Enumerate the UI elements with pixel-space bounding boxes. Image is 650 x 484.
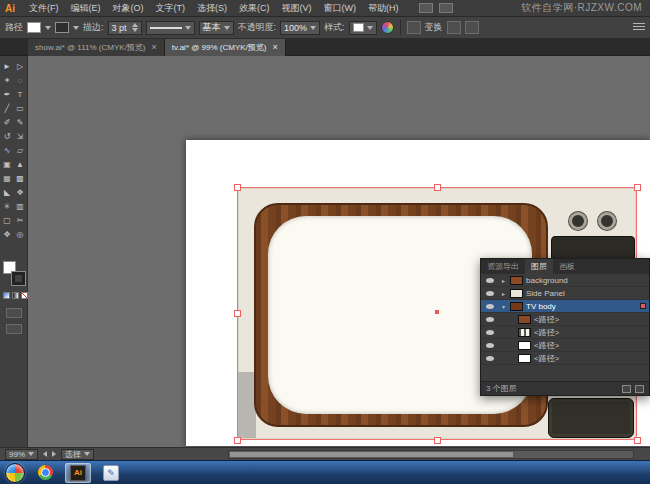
brush-dropdown-icon[interactable] xyxy=(224,26,230,30)
app-taskbar-button[interactable]: ✎ xyxy=(98,463,124,483)
menu-item-effect[interactable]: 效果(C) xyxy=(233,0,276,16)
scale-tool[interactable]: ⇲ xyxy=(14,130,27,143)
shape-builder-tool[interactable]: ▣ xyxy=(1,158,14,171)
document-setup-icon[interactable] xyxy=(407,21,421,34)
paintbrush-tool[interactable]: ✐ xyxy=(1,116,14,129)
menu-item-file[interactable]: 文件(F) xyxy=(23,0,65,16)
color-button[interactable] xyxy=(3,292,10,299)
layer-row[interactable]: <路径> xyxy=(481,313,649,326)
visibility-eye-icon[interactable] xyxy=(486,330,494,335)
fill-color-swatch[interactable] xyxy=(27,22,41,33)
pen-tool[interactable]: ✒ xyxy=(1,88,14,101)
prev-artboard-icon[interactable] xyxy=(43,451,47,457)
status-indicator-select[interactable]: 选择 xyxy=(61,449,94,460)
gradient-tool[interactable]: ▩ xyxy=(14,172,27,185)
close-tab-icon[interactable]: × xyxy=(272,43,277,52)
visibility-eye-icon[interactable] xyxy=(486,291,494,296)
layer-row[interactable]: <路径> xyxy=(481,326,649,339)
selection-tool[interactable]: ► xyxy=(1,60,14,73)
visibility-eye-icon[interactable] xyxy=(486,317,494,322)
illustrator-logo-icon[interactable]: Ai xyxy=(5,3,15,14)
direct-selection-tool[interactable]: ▷ xyxy=(14,60,27,73)
lasso-tool[interactable]: ◌ xyxy=(14,74,27,87)
selection-handle[interactable] xyxy=(634,184,641,191)
zoom-tool[interactable]: ◎ xyxy=(14,228,27,241)
stroke-weight-input[interactable]: 3 pt xyxy=(108,21,142,35)
gradient-button[interactable] xyxy=(12,292,19,299)
tab-asset-export[interactable]: 资源导出 xyxy=(481,259,525,274)
stepper-down-icon[interactable] xyxy=(132,28,138,32)
layer-row[interactable]: <路径> xyxy=(481,352,649,365)
mesh-tool[interactable]: ▦ xyxy=(1,172,14,185)
selection-handle[interactable] xyxy=(434,184,441,191)
stroke-color-swatch[interactable] xyxy=(55,22,69,33)
opacity-input[interactable]: 100% xyxy=(280,21,320,35)
artboard-tool[interactable]: ▢ xyxy=(1,214,14,227)
scrollbar-thumb[interactable] xyxy=(230,452,513,457)
column-graph-tool[interactable]: ▥ xyxy=(14,200,27,213)
line-segment-tool[interactable]: ╱ xyxy=(1,102,14,115)
selection-handle[interactable] xyxy=(234,310,241,317)
draw-mode-button[interactable] xyxy=(6,308,22,318)
visibility-eye-icon[interactable] xyxy=(486,343,494,348)
layer-row[interactable]: <路径> xyxy=(481,339,649,352)
selection-handle[interactable] xyxy=(634,437,641,444)
layer-row[interactable]: ▸Side Panel xyxy=(481,287,649,300)
document-tab-show[interactable]: show.ai* @ 111% (CMYK/预览) × xyxy=(28,39,165,56)
layer-row[interactable]: ▾TV body xyxy=(481,300,649,313)
align-objects-icon[interactable] xyxy=(447,21,461,34)
transform-label[interactable]: 变换 xyxy=(425,21,443,34)
illustrator-taskbar-button[interactable]: Ai xyxy=(65,463,91,483)
style-dropdown-icon[interactable] xyxy=(367,26,373,30)
selection-handle[interactable] xyxy=(234,437,241,444)
perspective-grid-tool[interactable]: ▲ xyxy=(14,158,27,171)
tab-artboards[interactable]: 画板 xyxy=(553,259,581,274)
profile-dropdown-icon[interactable] xyxy=(185,26,191,30)
stroke-dropdown-icon[interactable] xyxy=(73,26,79,30)
expand-arrow-icon[interactable]: ▾ xyxy=(500,303,507,310)
next-artboard-icon[interactable] xyxy=(52,451,56,457)
blend-tool[interactable]: ❖ xyxy=(14,186,27,199)
none-button[interactable] xyxy=(21,292,28,299)
expand-arrow-icon[interactable]: ▸ xyxy=(500,277,507,284)
visibility-eye-icon[interactable] xyxy=(486,356,494,361)
eyedropper-tool[interactable]: ◣ xyxy=(1,186,14,199)
visibility-eye-icon[interactable] xyxy=(486,304,494,309)
menu-item-edit[interactable]: 编辑(E) xyxy=(65,0,107,16)
start-button[interactable] xyxy=(5,463,25,483)
layer-row[interactable]: ▸background xyxy=(481,274,649,287)
stepper-up-icon[interactable] xyxy=(132,23,138,27)
fill-stroke-control[interactable] xyxy=(3,261,25,285)
selection-handle[interactable] xyxy=(434,437,441,444)
rotate-tool[interactable]: ↺ xyxy=(1,130,14,143)
menu-item-window[interactable]: 窗口(W) xyxy=(318,0,363,16)
symbol-sprayer-tool[interactable]: ✳ xyxy=(1,200,14,213)
zoom-level-select[interactable]: 99% xyxy=(5,449,38,460)
style-select[interactable] xyxy=(349,21,377,35)
pencil-tool[interactable]: ✎ xyxy=(14,116,27,129)
tv-knob[interactable] xyxy=(569,212,587,230)
recolor-artwork-icon[interactable] xyxy=(381,21,394,34)
menu-item-select[interactable]: 选择(S) xyxy=(191,0,233,16)
visibility-eye-icon[interactable] xyxy=(486,278,494,283)
fill-dropdown-icon[interactable] xyxy=(45,26,51,30)
menu-item-object[interactable]: 对象(O) xyxy=(107,0,150,16)
close-tab-icon[interactable]: × xyxy=(152,43,157,52)
arrange-objects-icon[interactable] xyxy=(465,21,479,34)
selection-handle[interactable] xyxy=(234,184,241,191)
type-tool[interactable]: T xyxy=(14,88,27,101)
new-layer-icon[interactable] xyxy=(622,385,631,393)
magic-wand-tool[interactable]: ✶ xyxy=(1,74,14,87)
panel-menu-icon[interactable] xyxy=(633,23,645,32)
horizontal-scrollbar[interactable] xyxy=(228,450,634,459)
tv-speaker-grille[interactable] xyxy=(548,398,634,438)
delete-layer-icon[interactable] xyxy=(635,385,644,393)
free-transform-tool[interactable]: ▱ xyxy=(14,144,27,157)
arrange-documents-icon[interactable] xyxy=(419,3,433,13)
menu-item-type[interactable]: 文字(T) xyxy=(150,0,192,16)
menu-item-help[interactable]: 帮助(H) xyxy=(362,0,405,16)
width-profile-select[interactable] xyxy=(146,21,195,35)
workspace-switcher-icon[interactable] xyxy=(439,3,453,13)
zoom-dropdown-icon[interactable] xyxy=(28,452,34,456)
slice-tool[interactable]: ✂ xyxy=(14,214,27,227)
